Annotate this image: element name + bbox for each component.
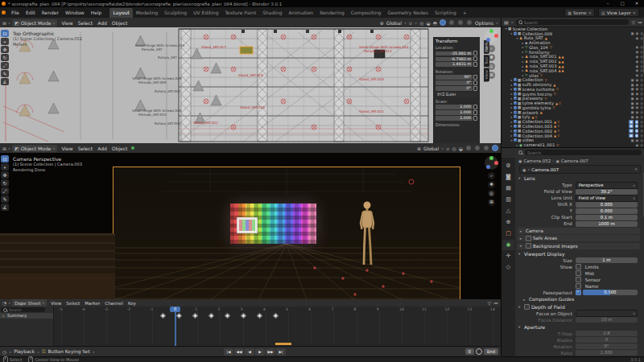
shading-wireframe-icon[interactable] bbox=[440, 19, 446, 26]
dope-menu-select[interactable]: Select bbox=[64, 301, 82, 306]
options-dropdown[interactable]: Options bbox=[475, 20, 493, 26]
jump-to-end-button[interactable]: ▶| bbox=[276, 348, 286, 356]
axis-gizmo[interactable] bbox=[485, 156, 498, 170]
channel-search-input[interactable] bbox=[9, 308, 43, 312]
proportional-edit-icon[interactable]: ◎ bbox=[452, 146, 456, 151]
collection-checkbox[interactable] bbox=[514, 125, 517, 128]
screen-toggle-icon[interactable]: ▣ bbox=[630, 92, 634, 96]
screen-toggle-icon[interactable]: ▣ bbox=[630, 97, 634, 101]
render-camera-icon[interactable]: ◎ bbox=[640, 92, 643, 96]
hide-eye-icon[interactable]: ◉ bbox=[636, 105, 639, 109]
shading-wireframe-icon[interactable] bbox=[465, 145, 472, 151]
keyframe-diamond[interactable] bbox=[273, 313, 279, 319]
screen-toggle-icon[interactable]: ▣ bbox=[630, 31, 634, 35]
menu-render[interactable]: Render bbox=[39, 8, 62, 18]
menu-help[interactable]: Help bbox=[88, 8, 105, 18]
view-layer-selector[interactable]: ▤ View Layer ✕ bbox=[598, 8, 639, 17]
render-camera-icon[interactable]: ◎ bbox=[640, 129, 643, 133]
screen-toggle-icon[interactable]: ▣ bbox=[630, 105, 634, 109]
breadcrumb-data[interactable]: Camera.007 bbox=[561, 158, 588, 163]
dope-menu-view[interactable]: View bbox=[48, 301, 64, 306]
render-camera-icon[interactable]: ◎ bbox=[640, 115, 643, 119]
hide-eye-icon[interactable]: ◉ bbox=[636, 78, 639, 82]
lock-icon[interactable] bbox=[473, 80, 477, 85]
lens-unit-field[interactable]: Field of View∨ bbox=[576, 195, 638, 202]
shading-material-icon[interactable] bbox=[457, 19, 464, 26]
top-viewport-canvas[interactable]: Small Hinge With Screws.035Periode_SRTRo… bbox=[0, 27, 501, 143]
size-field[interactable]: 1 m bbox=[576, 257, 638, 263]
workspace-tab-texture-paint[interactable]: Texture Paint bbox=[221, 8, 259, 18]
ratio-field[interactable]: 1.000 bbox=[576, 350, 638, 356]
overlays-icon[interactable]: ◒ bbox=[426, 20, 430, 26]
blades-field[interactable]: 0 bbox=[576, 337, 638, 343]
panel-composition-guides[interactable]: ▸Composition Guides bbox=[515, 296, 644, 303]
outliner-display-mode-icon[interactable]: ▤ bbox=[504, 19, 509, 25]
keyframe-diamond[interactable] bbox=[208, 313, 214, 319]
workspace-tab-layout[interactable]: Layout bbox=[109, 8, 132, 18]
hide-eye-icon[interactable]: ◉ bbox=[636, 45, 639, 49]
playback-menu[interactable]: Playback bbox=[14, 349, 35, 354]
hide-eye-icon[interactable]: ◉ bbox=[636, 55, 639, 59]
current-frame-field[interactable]: 0 bbox=[465, 348, 474, 355]
outliner-options-icon[interactable]: ≔ bbox=[638, 19, 642, 25]
panel-checkbox[interactable] bbox=[526, 243, 531, 249]
filter-icon[interactable]: ▽ bbox=[487, 300, 491, 306]
field-of-view-field[interactable]: 39.2° bbox=[576, 189, 638, 195]
collection-checkbox[interactable] bbox=[514, 115, 517, 118]
channel-filter-toggle[interactable] bbox=[46, 307, 52, 312]
minimize-button[interactable]: – bbox=[601, 0, 615, 7]
overlays-icon[interactable]: ◒ bbox=[459, 146, 463, 151]
orientation-dropdown[interactable]: Global bbox=[423, 146, 439, 151]
shift-x-field[interactable]: 0.000 bbox=[576, 202, 638, 208]
menu-window[interactable]: Window bbox=[62, 8, 88, 18]
properties-tab-7[interactable]: ◉ bbox=[502, 240, 514, 250]
hide-eye-icon[interactable]: ◉ bbox=[635, 120, 639, 124]
tool-cursor[interactable]: ⌖ bbox=[1, 163, 9, 171]
panel-checkbox[interactable] bbox=[524, 304, 530, 310]
pan-icon[interactable]: ✥ bbox=[488, 181, 495, 188]
tool-transform[interactable]: ✎ bbox=[1, 70, 9, 77]
render-camera-icon[interactable]: ◎ bbox=[640, 105, 643, 109]
unlink-icon[interactable]: ✕ bbox=[634, 167, 638, 171]
render-camera-icon[interactable]: ◎ bbox=[640, 124, 643, 128]
hide-eye-icon[interactable]: ◉ bbox=[636, 115, 639, 119]
collection-checkbox[interactable] bbox=[514, 83, 517, 86]
hide-eye-icon[interactable]: ◉ bbox=[636, 97, 639, 101]
hide-eye-icon[interactable]: ◉ bbox=[636, 110, 639, 114]
properties-search-input[interactable] bbox=[527, 150, 639, 155]
screen-toggle-icon[interactable]: ▣ bbox=[629, 124, 633, 128]
viewport-menu-view[interactable]: View bbox=[59, 146, 75, 151]
shading-solid-icon[interactable] bbox=[448, 19, 455, 26]
scale-z-field[interactable]: 1.000 bbox=[436, 116, 473, 121]
tool-cursor[interactable]: ⌖ bbox=[1, 38, 9, 45]
properties-tab-6[interactable]: ▢ bbox=[502, 228, 514, 239]
location-y-field[interactable]: -6.7983 m bbox=[436, 57, 473, 62]
limits-checkbox[interactable] bbox=[576, 264, 581, 269]
workspace-tab-sculpting[interactable]: Sculpting bbox=[161, 8, 190, 18]
tool-move[interactable]: ✥ bbox=[1, 46, 9, 53]
outliner-search[interactable] bbox=[516, 19, 630, 25]
mist-checkbox[interactable] bbox=[576, 270, 581, 276]
panel-checkbox[interactable] bbox=[526, 236, 531, 241]
editor-type-icon[interactable]: ⊞ bbox=[2, 20, 6, 26]
tool-select-box[interactable]: ⊡ bbox=[1, 155, 9, 162]
collection-checkbox[interactable] bbox=[514, 111, 517, 114]
prev-keyframe-button[interactable]: ◀◀ bbox=[234, 348, 244, 356]
keyframe-diamond[interactable] bbox=[257, 313, 262, 319]
rotation-z-field[interactable]: 0° bbox=[436, 86, 473, 91]
collection-checkbox[interactable] bbox=[514, 101, 517, 105]
screen-toggle-icon[interactable]: ▣ bbox=[630, 138, 634, 142]
editor-type-icon[interactable]: ◔ bbox=[2, 300, 6, 306]
lock-icon[interactable] bbox=[473, 51, 477, 56]
hide-eye-icon[interactable]: ◉ bbox=[636, 138, 639, 142]
id-datablock-field[interactable]: ◉∨ Camera.007 ✕ bbox=[519, 165, 641, 174]
shading-material-icon[interactable] bbox=[483, 145, 489, 151]
scene-unlink-icon[interactable]: ✕ bbox=[588, 10, 592, 15]
lock-icon[interactable] bbox=[473, 116, 477, 121]
hide-eye-icon[interactable]: ◉ bbox=[636, 73, 639, 77]
zoom-icon[interactable]: ⌕ bbox=[488, 45, 495, 52]
proportional-edit-icon[interactable]: ◎ bbox=[419, 20, 423, 26]
y-field[interactable]: 0.000 bbox=[576, 208, 638, 214]
sensor-checkbox[interactable] bbox=[576, 277, 581, 282]
dope-sheet-canvas[interactable]: ▸ Summary -5-4-3-2-112345678910111213140 bbox=[0, 306, 501, 346]
